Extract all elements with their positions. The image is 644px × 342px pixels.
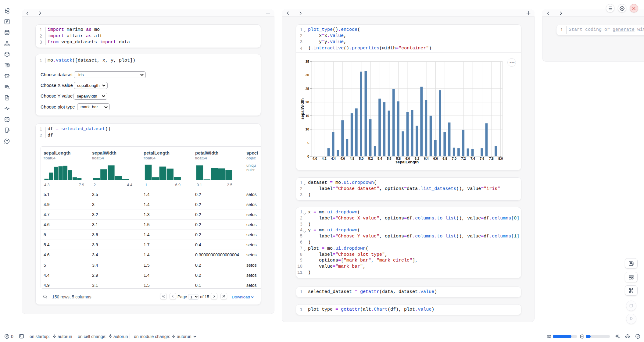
svg-text:sepalWidth: sepalWidth [300,98,305,119]
svg-text:5.4: 5.4 [377,157,382,160]
svg-text:35: 35 [306,60,309,63]
svg-text:6.8: 6.8 [442,157,447,160]
svg-text:4.2: 4.2 [322,157,326,160]
svg-text:6.6: 6.6 [433,157,438,160]
svg-text:5: 5 [307,141,309,145]
svg-text:4.8: 4.8 [350,157,354,160]
svg-text:5.2: 5.2 [368,157,373,160]
svg-text:7.2: 7.2 [461,157,466,160]
svg-text:7.4: 7.4 [470,157,475,160]
svg-text:15: 15 [306,114,309,118]
svg-text:5.6: 5.6 [387,157,391,160]
svg-text:7.8: 7.8 [489,157,494,160]
svg-text:4.6: 4.6 [340,157,345,160]
svg-text:20: 20 [306,100,309,104]
svg-text:0: 0 [307,155,309,158]
svg-text:6.4: 6.4 [424,157,429,160]
svg-text:5.0: 5.0 [359,157,363,160]
svg-text:7.0: 7.0 [452,157,456,160]
svg-text:8.0: 8.0 [498,157,503,160]
svg-text:10: 10 [306,127,309,131]
svg-text:sepalLength: sepalLength [395,160,419,164]
svg-text:7.6: 7.6 [480,157,484,160]
svg-text:30: 30 [306,73,309,77]
svg-text:4.4: 4.4 [331,157,336,160]
svg-text:4.0: 4.0 [313,157,317,160]
svg-text:25: 25 [306,87,309,91]
